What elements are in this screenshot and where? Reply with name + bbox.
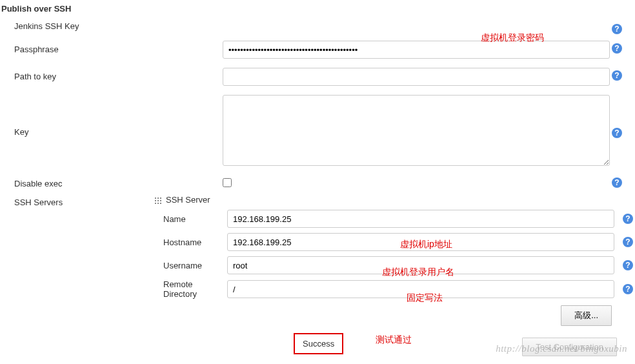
disable-exec-checkbox[interactable] [223,178,232,187]
watermark: http://blog.csdn.net/bingoxubin [496,343,627,354]
help-icon[interactable]: ? [612,177,622,188]
help-icon[interactable]: ? [612,43,622,54]
path-to-key-input[interactable] [223,68,610,86]
help-icon[interactable]: ? [623,214,633,224]
help-icon[interactable]: ? [623,237,633,247]
server-username-input[interactable] [227,256,614,274]
disable-exec-label: Disable exec [0,172,223,188]
annotation-pass: 测试通过 [376,334,412,346]
help-icon[interactable]: ? [623,260,633,270]
server-hostname-input[interactable] [227,233,614,251]
key-textarea[interactable] [223,95,610,166]
section-title: Publish over SSH [0,0,635,17]
jenkins-ssh-key-label: Jenkins SSH Key [0,19,223,31]
path-to-key-label: Path to key [0,65,223,81]
drag-handle-icon[interactable] [154,197,162,205]
server-hostname-label: Hostname [154,238,227,247]
help-icon[interactable]: ? [612,24,622,34]
passphrase-label: Passphrase [0,38,223,54]
server-name-label: Name [154,214,227,224]
key-label: Key [0,125,223,137]
server-remote-dir-label: Remote Directory [154,279,227,299]
ssh-servers-label: SSH Servers [0,194,154,207]
success-status: Success [294,333,343,354]
help-icon[interactable]: ? [612,128,622,138]
help-icon[interactable]: ? [612,70,622,81]
server-remote-dir-input[interactable] [227,280,614,298]
server-username-label: Username [154,261,227,270]
server-name-input[interactable] [227,210,614,228]
help-icon[interactable]: ? [623,284,633,294]
passphrase-input[interactable] [223,41,610,59]
ssh-server-header: SSH Server [166,195,210,205]
advanced-button[interactable]: 高级... [561,305,612,326]
